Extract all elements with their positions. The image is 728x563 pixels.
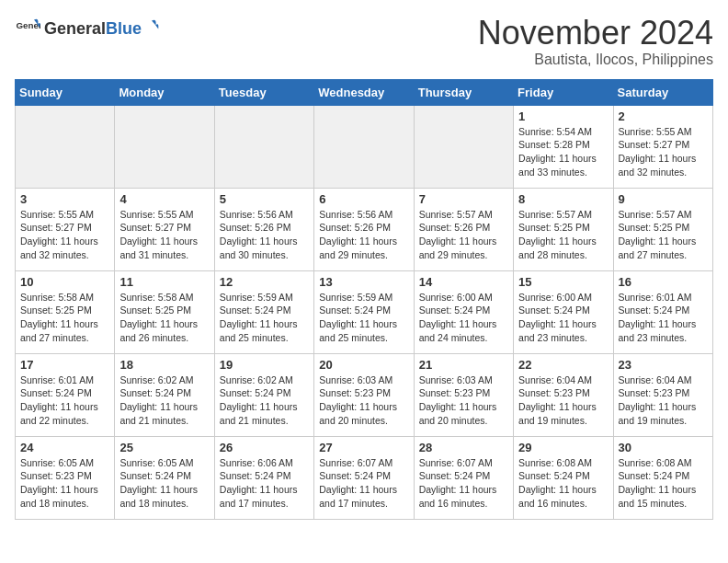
day-number: 1 — [518, 109, 608, 123]
day-number: 24 — [20, 441, 109, 454]
day-number: 29 — [518, 441, 608, 454]
logo-general: General — [44, 19, 106, 39]
day-info: Sunrise: 6:03 AM Sunset: 5:23 PM Dayligh… — [319, 373, 408, 428]
weekday-header-tuesday: Tuesday — [214, 79, 313, 105]
weekday-header-wednesday: Wednesday — [314, 79, 414, 105]
day-info: Sunrise: 5:57 AM Sunset: 5:26 PM Dayligh… — [419, 208, 508, 262]
calendar-cell: 20Sunrise: 6:03 AM Sunset: 5:23 PM Dayli… — [314, 353, 414, 436]
calendar-week-row: 10Sunrise: 5:58 AM Sunset: 5:25 PM Dayli… — [16, 270, 713, 353]
day-number: 23 — [619, 358, 708, 372]
day-number: 14 — [419, 275, 508, 289]
calendar-cell: 21Sunrise: 6:03 AM Sunset: 5:23 PM Dayli… — [414, 353, 513, 436]
month-title: November 2024 — [478, 15, 713, 52]
calendar-week-row: 17Sunrise: 6:01 AM Sunset: 5:24 PM Dayli… — [16, 353, 713, 436]
day-info: Sunrise: 6:05 AM Sunset: 5:24 PM Dayligh… — [119, 456, 209, 511]
calendar-cell — [16, 105, 115, 188]
calendar-cell: 6Sunrise: 5:56 AM Sunset: 5:26 PM Daylig… — [314, 188, 414, 270]
calendar-cell: 24Sunrise: 6:05 AM Sunset: 5:23 PM Dayli… — [16, 436, 115, 519]
day-number: 25 — [119, 441, 209, 454]
day-info: Sunrise: 5:55 AM Sunset: 5:27 PM Dayligh… — [20, 208, 109, 262]
day-number: 12 — [220, 275, 309, 289]
day-info: Sunrise: 5:57 AM Sunset: 5:25 PM Dayligh… — [619, 208, 708, 262]
day-number: 30 — [619, 441, 708, 454]
day-info: Sunrise: 6:08 AM Sunset: 5:24 PM Dayligh… — [619, 456, 708, 511]
day-info: Sunrise: 5:58 AM Sunset: 5:25 PM Dayligh… — [20, 291, 109, 345]
calendar-cell: 2Sunrise: 5:55 AM Sunset: 5:27 PM Daylig… — [613, 105, 712, 188]
calendar-cell: 30Sunrise: 6:08 AM Sunset: 5:24 PM Dayli… — [613, 436, 712, 519]
weekday-header-saturday: Saturday — [613, 79, 712, 105]
location-title: Bautista, Ilocos, Philippines — [478, 52, 713, 68]
weekday-header-row: SundayMondayTuesdayWednesdayThursdayFrid… — [16, 79, 713, 105]
day-number: 6 — [319, 192, 408, 206]
day-number: 26 — [220, 441, 309, 454]
calendar-cell: 12Sunrise: 5:59 AM Sunset: 5:24 PM Dayli… — [214, 270, 313, 353]
day-number: 3 — [20, 192, 109, 206]
calendar-week-row: 3Sunrise: 5:55 AM Sunset: 5:27 PM Daylig… — [16, 188, 713, 270]
logo-icon: General — [15, 15, 40, 40]
day-info: Sunrise: 5:55 AM Sunset: 5:27 PM Dayligh… — [619, 125, 708, 179]
day-info: Sunrise: 6:06 AM Sunset: 5:24 PM Dayligh… — [220, 456, 309, 511]
calendar-cell: 3Sunrise: 5:55 AM Sunset: 5:27 PM Daylig… — [16, 188, 115, 270]
calendar-cell: 15Sunrise: 6:00 AM Sunset: 5:24 PM Dayli… — [514, 270, 613, 353]
calendar-cell: 28Sunrise: 6:07 AM Sunset: 5:24 PM Dayli… — [414, 436, 513, 519]
calendar-week-row: 24Sunrise: 6:05 AM Sunset: 5:23 PM Dayli… — [16, 436, 713, 519]
day-number: 8 — [518, 192, 608, 206]
day-number: 17 — [20, 358, 109, 372]
calendar-cell: 17Sunrise: 6:01 AM Sunset: 5:24 PM Dayli… — [16, 353, 115, 436]
day-info: Sunrise: 6:05 AM Sunset: 5:23 PM Dayligh… — [20, 456, 109, 511]
day-number: 4 — [119, 192, 209, 206]
calendar-cell — [414, 105, 513, 188]
day-info: Sunrise: 5:54 AM Sunset: 5:28 PM Dayligh… — [518, 125, 608, 179]
day-info: Sunrise: 5:56 AM Sunset: 5:26 PM Dayligh… — [319, 208, 408, 262]
day-number: 28 — [419, 441, 508, 454]
day-info: Sunrise: 6:07 AM Sunset: 5:24 PM Dayligh… — [419, 456, 508, 511]
calendar-cell: 7Sunrise: 5:57 AM Sunset: 5:26 PM Daylig… — [414, 188, 513, 270]
day-info: Sunrise: 5:59 AM Sunset: 5:24 PM Dayligh… — [220, 291, 309, 345]
day-info: Sunrise: 5:55 AM Sunset: 5:27 PM Dayligh… — [119, 208, 209, 262]
day-number: 22 — [518, 358, 608, 372]
day-info: Sunrise: 5:57 AM Sunset: 5:25 PM Dayligh… — [518, 208, 608, 262]
weekday-header-friday: Friday — [514, 79, 613, 105]
day-info: Sunrise: 6:08 AM Sunset: 5:24 PM Dayligh… — [518, 456, 608, 511]
day-number: 16 — [619, 275, 708, 289]
day-info: Sunrise: 6:02 AM Sunset: 5:24 PM Dayligh… — [119, 373, 209, 428]
calendar-cell: 14Sunrise: 6:00 AM Sunset: 5:24 PM Dayli… — [414, 270, 513, 353]
calendar-cell — [115, 105, 214, 188]
day-info: Sunrise: 5:56 AM Sunset: 5:26 PM Dayligh… — [220, 208, 309, 262]
logo-blue: Blue — [106, 19, 142, 39]
calendar-cell: 4Sunrise: 5:55 AM Sunset: 5:27 PM Daylig… — [115, 188, 214, 270]
day-info: Sunrise: 6:01 AM Sunset: 5:24 PM Dayligh… — [619, 291, 708, 345]
calendar-cell: 9Sunrise: 5:57 AM Sunset: 5:25 PM Daylig… — [613, 188, 712, 270]
day-info: Sunrise: 6:00 AM Sunset: 5:24 PM Dayligh… — [518, 291, 608, 345]
day-info: Sunrise: 5:58 AM Sunset: 5:25 PM Dayligh… — [119, 291, 209, 345]
calendar-cell: 26Sunrise: 6:06 AM Sunset: 5:24 PM Dayli… — [214, 436, 313, 519]
day-number: 18 — [119, 358, 209, 372]
calendar-cell: 18Sunrise: 6:02 AM Sunset: 5:24 PM Dayli… — [115, 353, 214, 436]
logo: General General Blue — [15, 15, 160, 40]
page-header: General General Blue November 2024 Bauti… — [15, 15, 713, 68]
calendar-cell: 13Sunrise: 5:59 AM Sunset: 5:24 PM Dayli… — [314, 270, 414, 353]
calendar-cell: 19Sunrise: 6:02 AM Sunset: 5:24 PM Dayli… — [214, 353, 313, 436]
day-info: Sunrise: 6:04 AM Sunset: 5:23 PM Dayligh… — [518, 373, 608, 428]
day-info: Sunrise: 6:07 AM Sunset: 5:24 PM Dayligh… — [319, 456, 408, 511]
calendar-cell: 1Sunrise: 5:54 AM Sunset: 5:28 PM Daylig… — [514, 105, 613, 188]
calendar-cell — [214, 105, 313, 188]
day-info: Sunrise: 6:02 AM Sunset: 5:24 PM Dayligh… — [220, 373, 309, 428]
calendar-cell: 25Sunrise: 6:05 AM Sunset: 5:24 PM Dayli… — [115, 436, 214, 519]
day-number: 9 — [619, 192, 708, 206]
calendar-cell — [314, 105, 414, 188]
calendar-cell: 16Sunrise: 6:01 AM Sunset: 5:24 PM Dayli… — [613, 270, 712, 353]
calendar-cell: 27Sunrise: 6:07 AM Sunset: 5:24 PM Dayli… — [314, 436, 414, 519]
calendar-cell: 23Sunrise: 6:04 AM Sunset: 5:23 PM Dayli… — [613, 353, 712, 436]
calendar-cell: 22Sunrise: 6:04 AM Sunset: 5:23 PM Dayli… — [514, 353, 613, 436]
day-number: 5 — [220, 192, 309, 206]
weekday-header-monday: Monday — [115, 79, 214, 105]
weekday-header-thursday: Thursday — [414, 79, 513, 105]
calendar-table: SundayMondayTuesdayWednesdayThursdayFrid… — [15, 79, 713, 520]
day-number: 13 — [319, 275, 408, 289]
day-number: 15 — [518, 275, 608, 289]
calendar-week-row: 1Sunrise: 5:54 AM Sunset: 5:28 PM Daylig… — [16, 105, 713, 188]
weekday-header-sunday: Sunday — [16, 79, 115, 105]
calendar-cell: 29Sunrise: 6:08 AM Sunset: 5:24 PM Dayli… — [514, 436, 613, 519]
calendar-cell: 10Sunrise: 5:58 AM Sunset: 5:25 PM Dayli… — [16, 270, 115, 353]
